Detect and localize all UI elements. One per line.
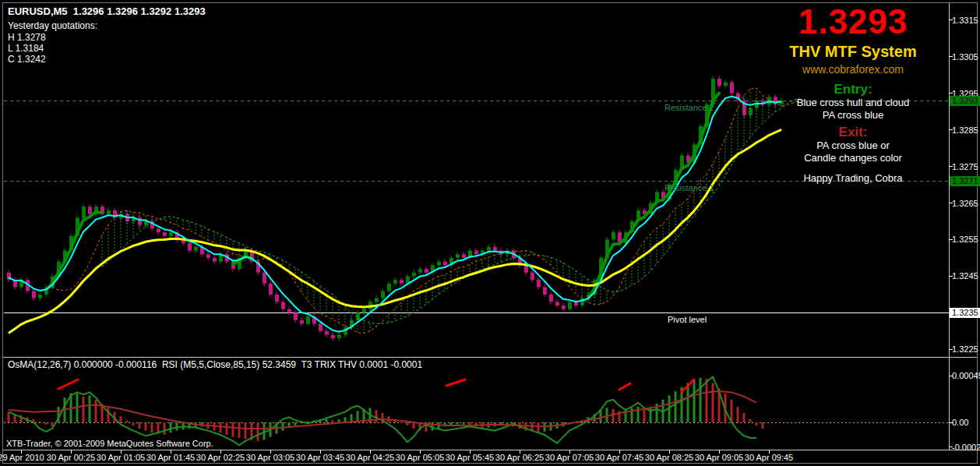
yesterday-close: C 1.3242 xyxy=(8,55,46,65)
time-axis-label: 30 Apr 08:25 xyxy=(641,453,697,462)
mt4-chart-window: EURUSD,M5 1.3296 1.3296 1.3292 1.3293 Ye… xyxy=(0,0,980,466)
time-axis-label: 30 Apr 09:45 xyxy=(741,453,797,462)
system-name: THV MTF System xyxy=(759,42,947,61)
exit-rule-1: PA cross blue or xyxy=(759,139,947,152)
level-label-resistance-1: Resistance 1 xyxy=(664,183,714,192)
price-tick-label: 1.3275 xyxy=(952,162,978,172)
exit-rule-2: Candle changes color xyxy=(759,152,947,164)
time-axis-label: 30 Apr 05:05 xyxy=(392,453,448,462)
system-info-panel: 1.3293 THV MTF System www.cobraforex.com… xyxy=(759,3,947,184)
price-tick-label: 1.3315 xyxy=(952,16,978,26)
price-tick-label: 1.3255 xyxy=(952,235,978,245)
time-axis-label: 30 Apr 07:45 xyxy=(591,453,647,462)
price-tick-label: 1.3245 xyxy=(952,271,978,281)
time-axis-label: 30 Apr 09:05 xyxy=(691,453,747,462)
time-axis-label: 30 Apr 01:05 xyxy=(93,453,149,462)
indicator-header: OsMA(12,26,7) 0.000000 -0.000116 RSI (M5… xyxy=(8,360,422,370)
symbol-ohlc-line: EURUSD,M5 1.3296 1.3296 1.3292 1.3293 xyxy=(8,6,206,16)
time-axis-label: 30 Apr 05:45 xyxy=(442,453,498,462)
price-marker-box: 1.3271 xyxy=(950,176,980,186)
cloud-group xyxy=(52,88,800,334)
price-tick-label: 1.3305 xyxy=(952,52,978,62)
indicator-axis-label: -0.00024 xyxy=(952,443,980,453)
time-axis-label: 30 Apr 02:25 xyxy=(192,453,249,462)
time-axis-label: 30 Apr 06:25 xyxy=(492,453,548,462)
indicator-axis-label: 0.00 xyxy=(952,418,968,428)
indicator-layer xyxy=(4,377,949,446)
copyright-text: XTB-Trader, © 2001-2009 MetaQuotes Softw… xyxy=(6,439,213,449)
time-axis-label: 30 Apr 03:45 xyxy=(292,453,348,462)
exit-label: Exit: xyxy=(759,125,947,139)
level-label-pivot-level: Pivot level xyxy=(668,315,707,324)
price-tick-label: 1.3285 xyxy=(952,125,978,136)
price-marker-box: 1.3235 xyxy=(950,308,980,318)
price-tick-label: 1.3225 xyxy=(952,344,978,355)
yesterday-quotes-title: Yesterday quotations: xyxy=(8,21,97,31)
time-axis-label: 30 Apr 03:05 xyxy=(242,453,298,462)
entry-rule-2: PA cross blue xyxy=(759,109,947,122)
indicator-axis-label: 0.00045 xyxy=(952,371,980,381)
time-axis-label: 30 Apr 01:45 xyxy=(143,453,199,462)
time-axis-label: 30 Apr 00:25 xyxy=(43,453,99,462)
price-marker-box: 1.3293 xyxy=(950,96,980,106)
website-link: www.cobraforex.com xyxy=(759,63,947,76)
time-axis-label: 30 Apr 04:25 xyxy=(342,453,398,462)
yesterday-low: L 1.3184 xyxy=(8,44,44,54)
entry-label: Entry: xyxy=(759,82,947,97)
yesterday-high: H 1.3278 xyxy=(8,33,46,43)
level-label-resistance-2: Resistance 2 xyxy=(664,103,714,112)
current-price-display: 1.3293 xyxy=(759,3,947,41)
entry-rule-1: Blue cross hull and cloud xyxy=(759,97,947,109)
time-axis-label: 30 Apr 07:05 xyxy=(541,453,598,462)
price-tick-label: 1.3265 xyxy=(952,199,978,209)
signoff-text: Happy Trading, Cobra xyxy=(759,172,947,184)
time-axis-label: 29 Apr 2010 xyxy=(0,453,49,462)
